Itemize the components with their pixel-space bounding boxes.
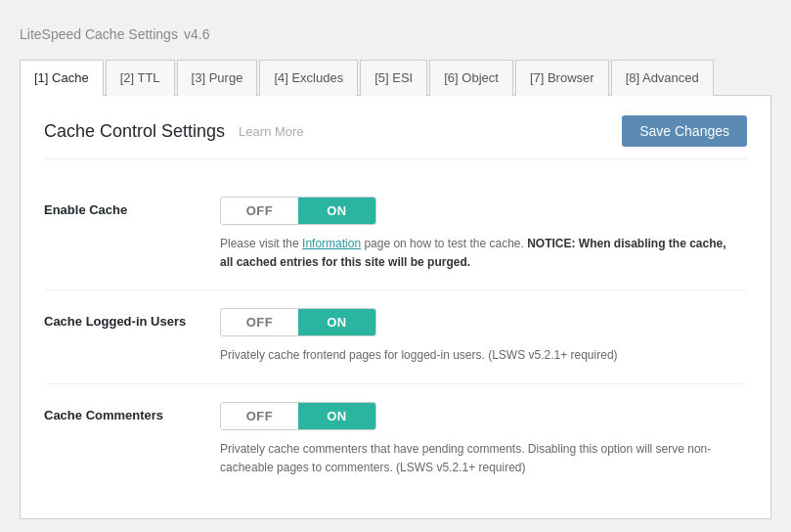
main-content: Cache Control Settings Learn More Save C… — [20, 96, 771, 519]
toggle-on-enable-cache[interactable]: ON — [298, 198, 375, 224]
desc-strong-enable-cache: NOTICE: When disabling the cache, all ca… — [220, 237, 726, 269]
settings-list: Enable CacheOFFONPlease visit the Inform… — [44, 179, 747, 495]
toggle-on-cache-commenters[interactable]: ON — [298, 403, 375, 429]
setting-description-cache-commenters: Privately cache commenters that have pen… — [220, 440, 728, 477]
tab-excludes[interactable]: [4] Excludes — [259, 60, 358, 96]
save-changes-button[interactable]: Save Changes — [622, 115, 747, 147]
tab-browser[interactable]: [7] Browser — [515, 60, 609, 96]
tab-advanced[interactable]: [8] Advanced — [611, 60, 714, 96]
section-header: Cache Control Settings Learn More Save C… — [44, 115, 747, 159]
toggle-group-enable-cache: OFFON — [220, 197, 376, 225]
page-title: LiteSpeed Cache Settings v4.6 — [20, 20, 771, 45]
setting-control-cache-commenters: OFFONPrivately cache commenters that hav… — [220, 402, 747, 477]
setting-description-cache-logged-in: Privately cache frontend pages for logge… — [220, 346, 728, 365]
setting-label-cache-logged-in: Cache Logged-in Users — [44, 308, 220, 329]
toggle-on-cache-logged-in[interactable]: ON — [298, 309, 375, 335]
tab-object[interactable]: [6] Object — [429, 60, 513, 96]
tab-purge[interactable]: [3] Purge — [177, 60, 258, 96]
toggle-group-cache-commenters: OFFON — [220, 402, 376, 430]
toggle-group-cache-logged-in: OFFON — [220, 308, 376, 336]
setting-row-enable-cache: Enable CacheOFFONPlease visit the Inform… — [44, 179, 747, 290]
setting-row-cache-logged-in: Cache Logged-in UsersOFFONPrivately cach… — [44, 290, 747, 383]
learn-more-link[interactable]: Learn More — [239, 124, 303, 139]
setting-control-enable-cache: OFFONPlease visit the Information page o… — [220, 197, 747, 272]
toggle-off-cache-commenters[interactable]: OFF — [221, 403, 298, 429]
setting-control-cache-logged-in: OFFONPrivately cache frontend pages for … — [220, 308, 747, 365]
tab-cache[interactable]: [1] Cache — [20, 60, 104, 96]
toggle-off-enable-cache[interactable]: OFF — [221, 198, 298, 224]
tabs-bar: [1] Cache[2] TTL[3] Purge[4] Excludes[5]… — [20, 59, 771, 96]
setting-label-enable-cache: Enable Cache — [44, 197, 220, 217]
setting-row-cache-commenters: Cache CommentersOFFONPrivately cache com… — [44, 384, 747, 495]
toggle-off-cache-logged-in[interactable]: OFF — [221, 309, 298, 335]
setting-description-enable-cache: Please visit the Information page on how… — [220, 235, 728, 272]
setting-label-cache-commenters: Cache Commenters — [44, 402, 220, 422]
tab-esi[interactable]: [5] ESI — [360, 60, 427, 96]
tab-ttl[interactable]: [2] TTL — [106, 60, 175, 96]
section-header-left: Cache Control Settings Learn More — [44, 121, 304, 142]
desc-link-enable-cache[interactable]: Information — [302, 237, 361, 250]
section-title: Cache Control Settings — [44, 121, 225, 142]
